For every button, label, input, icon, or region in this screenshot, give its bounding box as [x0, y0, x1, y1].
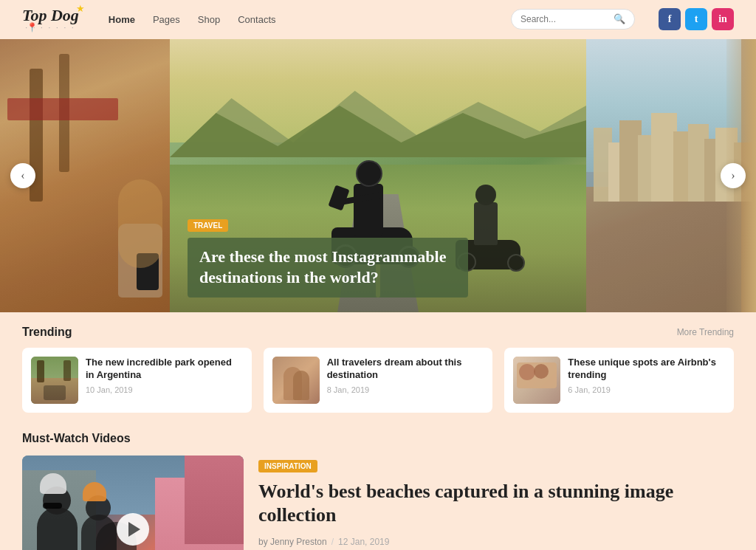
video-article-info: Inspiration World's best beaches capture…: [258, 456, 734, 547]
trending-info-1: The new incredible park opened in Argent…: [86, 357, 243, 394]
videos-section: Must-Watch Videos: [0, 420, 756, 550]
search-input[interactable]: [520, 14, 609, 24]
trending-card-title-2: All travelers dream about this destinati…: [327, 357, 484, 382]
more-trending-link[interactable]: More Trending: [677, 327, 734, 337]
video-meta: by Jenny Preston / 12 Jan, 2019: [258, 537, 734, 547]
trending-info-3: These unique spots are Airbnb's trending…: [568, 357, 725, 394]
trending-thumb-1: [31, 357, 78, 404]
trending-cards: The new incredible park opened in Argent…: [22, 348, 734, 413]
logo: Top Dog · · · · · · · ★ 📍: [22, 7, 79, 32]
logo-pin-icon: 📍: [27, 22, 38, 33]
trending-section: Trending More Trending The new incredibl…: [0, 312, 756, 420]
slide-caption: Travel Are these the most Instagrammable…: [170, 203, 586, 312]
caption-title: Are these the most Instagrammable destin…: [188, 238, 468, 298]
slide-main-panel: Travel Are these the most Instagrammable…: [170, 39, 586, 312]
video-date: 12 Jan, 2019: [338, 537, 389, 547]
trending-card-1: The new incredible park opened in Argent…: [22, 348, 252, 413]
trending-thumb-3: [513, 357, 560, 404]
trending-date-2: 8 Jan, 2019: [327, 385, 484, 394]
twitter-button[interactable]: t: [685, 8, 707, 30]
svg-rect-6: [651, 113, 677, 202]
trending-thumb-2: [272, 357, 320, 404]
trending-card-3: These unique spots are Airbnb's trending…: [504, 348, 734, 413]
trending-title: Trending: [22, 326, 72, 339]
nav-pages[interactable]: Pages: [153, 14, 180, 25]
trending-card-title-3: These unique spots are Airbnb's trending: [568, 357, 725, 382]
header: Top Dog · · · · · · · ★ 📍 Home Pages Sho…: [0, 0, 756, 39]
nav-contacts[interactable]: Contacts: [238, 14, 275, 25]
play-icon: [128, 522, 140, 537]
play-button[interactable]: [117, 513, 149, 546]
trending-date-1: 10 Jan, 2019: [86, 385, 243, 394]
trending-info-2: All travelers dream about this destinati…: [327, 357, 484, 394]
main-nav: Home Pages Shop Contacts: [109, 14, 496, 25]
videos-section-title: Must-Watch Videos: [22, 432, 734, 445]
search-bar[interactable]: 🔍: [511, 9, 635, 30]
hero-slider: Travel Are these the most Instagrammable…: [0, 39, 756, 312]
video-separator: /: [331, 537, 334, 547]
video-author: by Jenny Preston: [258, 537, 327, 547]
videos-content: Inspiration World's best beaches capture…: [22, 456, 734, 550]
social-icons: f t in: [659, 8, 734, 30]
video-thumbnail[interactable]: [22, 456, 244, 550]
nav-shop[interactable]: Shop: [198, 14, 220, 25]
search-icon: 🔍: [614, 13, 625, 25]
slider-prev-button[interactable]: ‹: [10, 163, 35, 188]
nav-home[interactable]: Home: [109, 14, 135, 25]
trending-date-3: 6 Jan, 2019: [568, 385, 725, 394]
trending-card-title-1: The new incredible park opened in Argent…: [86, 357, 243, 382]
logo-star-icon: ★: [76, 3, 85, 15]
caption-tag: Travel: [188, 219, 228, 232]
trending-card-2: All travelers dream about this destinati…: [264, 348, 493, 413]
facebook-button[interactable]: f: [659, 8, 681, 30]
instagram-button[interactable]: in: [712, 8, 734, 30]
trending-header: Trending More Trending: [22, 326, 734, 339]
video-article-title: World's best beaches captured in a stunn…: [258, 480, 734, 528]
video-article-tag: Inspiration: [258, 460, 317, 472]
slider-next-button[interactable]: ›: [721, 163, 746, 188]
